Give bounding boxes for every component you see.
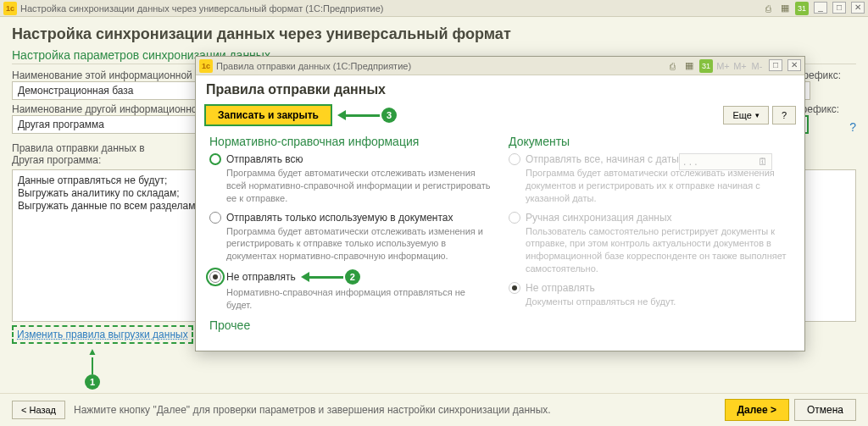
app-icon: 1c	[199, 59, 213, 73]
dialog-toolbar: Записать и закрыть 3 Еще▾ ?	[196, 101, 804, 130]
docs-send-none-radio: Не отправлять	[509, 282, 791, 294]
print-icon[interactable]: ⎙	[761, 2, 775, 15]
radio-label: Ручная синхронизация данных	[526, 212, 672, 224]
nsi-send-all-radio[interactable]: Отправлять всю	[209, 153, 492, 165]
m-plus-icon[interactable]: M+	[716, 59, 730, 73]
nsi-send-none-radio[interactable]: Не отправлять 2	[209, 269, 492, 285]
radio-icon	[209, 271, 221, 283]
docs-opt1-desc: Программа будет автоматически отслеживат…	[526, 167, 791, 205]
radio-icon	[509, 153, 520, 165]
callout-2: 2	[301, 269, 360, 285]
back-button[interactable]: < Назад	[12, 401, 65, 419]
docs-opt2-desc: Пользователь самостоятельно регистрирует…	[526, 225, 791, 275]
callout-1: ▲ 1	[12, 346, 173, 390]
badge-1: 1	[85, 374, 100, 390]
radio-icon	[509, 282, 520, 294]
date-placeholder: . . .	[683, 156, 698, 168]
more-button[interactable]: Еще▾	[723, 106, 768, 124]
nsi-opt1-desc: Программа будет автоматически отслеживат…	[226, 167, 492, 205]
footer-hint: Нажмите кнопку "Далее" для проверки пара…	[74, 404, 725, 416]
close-button[interactable]: ✕	[851, 2, 865, 14]
window-title: Настройка синхронизации данных через уни…	[17, 3, 761, 14]
maximize-button[interactable]: □	[832, 2, 846, 14]
help-icon[interactable]: ?	[849, 120, 856, 134]
dialog-close-button[interactable]: ✕	[787, 59, 801, 71]
wizard-footer: < Назад Нажмите кнопку "Далее" для прове…	[0, 393, 868, 426]
save-close-button[interactable]: Записать и закрыть	[204, 104, 332, 126]
send-rules-dialog: 1c Правила отправки данных (1С:Предприят…	[195, 56, 805, 351]
nsi-column: Нормативно-справочная информация Отправл…	[209, 135, 492, 337]
nsi-send-used-radio[interactable]: Отправлять только используемую в докумен…	[209, 212, 492, 224]
docs-opt3-desc: Документы отправляться не будут.	[526, 296, 791, 308]
radio-label: Не отправлять	[226, 271, 296, 283]
docs-title: Документы	[509, 135, 791, 148]
nsi-opt3-desc: Нормативно-справочная информация отправл…	[226, 286, 492, 312]
radio-label: Отправлять только используемую в докумен…	[226, 212, 453, 224]
dialog-help-button[interactable]: ?	[772, 106, 796, 124]
m-plus-icon2[interactable]: M+	[733, 59, 747, 73]
grid-icon[interactable]: ▦	[682, 59, 696, 73]
badge-2: 2	[345, 269, 360, 285]
change-rules-link[interactable]: Изменить правила выгрузки данных	[12, 325, 193, 344]
radio-icon	[209, 212, 221, 224]
badge-3: 3	[381, 108, 397, 123]
callout-3: 3	[337, 108, 397, 123]
dialog-restore-button[interactable]: □	[769, 59, 782, 71]
radio-icon	[209, 153, 221, 165]
calendar-icon: 🗓	[758, 156, 768, 168]
print-icon[interactable]: ⎙	[665, 59, 679, 73]
docs-manual-sync-radio: Ручная синхронизация данных	[509, 212, 791, 224]
radio-label: Не отправлять	[526, 282, 595, 294]
app-icon: 1c	[3, 2, 17, 15]
radio-label: Отправлять всю	[226, 153, 303, 165]
m-minus-icon[interactable]: M-	[750, 59, 764, 73]
page-title: Настройка синхронизации данных через уни…	[12, 25, 856, 43]
cancel-button[interactable]: Отмена	[794, 399, 856, 421]
date-input: . . . 🗓	[679, 153, 772, 170]
docs-column: Документы Отправлять все, начиная с даты…	[509, 135, 791, 337]
radio-icon	[509, 212, 520, 224]
radio-label: Отправлять все, начиная с даты	[526, 153, 679, 165]
dialog-titlebar: 1c Правила отправки данных (1С:Предприят…	[196, 57, 804, 75]
docs-send-from-date-radio: Отправлять все, начиная с даты . . . 🗓	[509, 153, 791, 165]
other-title: Прочее	[209, 318, 492, 332]
main-titlebar: 1c Настройка синхронизации данных через …	[0, 0, 868, 17]
dialog-heading: Правила отправки данных	[206, 82, 794, 97]
nsi-opt2-desc: Программа будет автоматически отслеживат…	[226, 225, 492, 263]
next-button[interactable]: Далее >	[725, 399, 789, 421]
minimize-button[interactable]: _	[814, 2, 827, 14]
calendar-icon[interactable]: 31	[699, 59, 713, 73]
calendar-icon[interactable]: 31	[795, 2, 809, 15]
dialog-title: Правила отправки данных (1С:Предприятие)	[213, 61, 665, 71]
nsi-title: Нормативно-справочная информация	[209, 135, 492, 148]
grid-icon[interactable]: ▦	[778, 2, 792, 15]
